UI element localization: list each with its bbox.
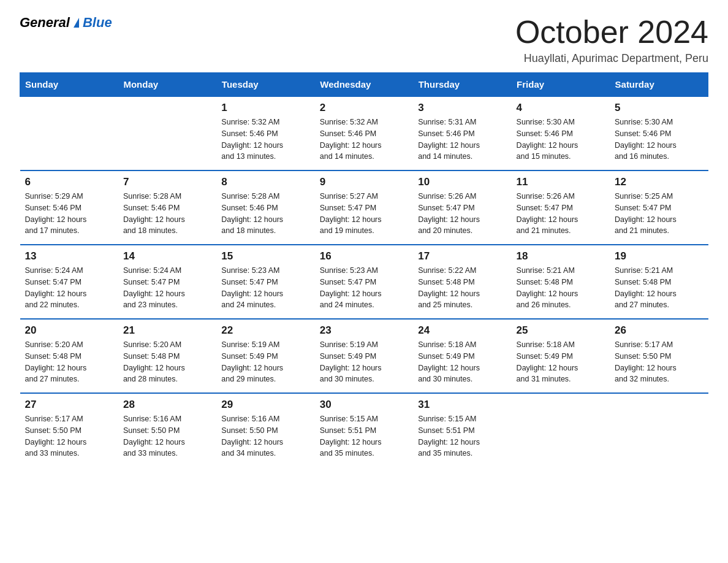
day-info: Sunrise: 5:21 AMSunset: 5:48 PMDaylight:… [517, 265, 605, 311]
calendar-cell: 12Sunrise: 5:25 AMSunset: 5:47 PMDayligh… [610, 170, 708, 245]
day-info: Sunrise: 5:24 AMSunset: 5:47 PMDaylight:… [123, 265, 211, 311]
day-info: Sunrise: 5:32 AMSunset: 5:46 PMDaylight:… [221, 117, 309, 163]
calendar-cell: 26Sunrise: 5:17 AMSunset: 5:50 PMDayligh… [610, 319, 708, 393]
calendar-cell [20, 96, 118, 170]
calendar-cell: 18Sunrise: 5:21 AMSunset: 5:48 PMDayligh… [512, 245, 610, 319]
day-info: Sunrise: 5:23 AMSunset: 5:47 PMDaylight:… [320, 265, 408, 311]
calendar-body: 1Sunrise: 5:32 AMSunset: 5:46 PMDaylight… [20, 96, 708, 467]
day-number: 26 [615, 324, 703, 337]
day-info: Sunrise: 5:28 AMSunset: 5:46 PMDaylight:… [221, 191, 309, 237]
day-info: Sunrise: 5:31 AMSunset: 5:46 PMDaylight:… [418, 117, 506, 163]
day-number: 5 [615, 102, 703, 114]
calendar-cell: 3Sunrise: 5:31 AMSunset: 5:46 PMDaylight… [413, 96, 511, 170]
calendar-week-2: 6Sunrise: 5:29 AMSunset: 5:46 PMDaylight… [20, 170, 708, 245]
day-info: Sunrise: 5:20 AMSunset: 5:48 PMDaylight:… [25, 339, 113, 385]
day-info: Sunrise: 5:18 AMSunset: 5:49 PMDaylight:… [517, 339, 605, 385]
day-info: Sunrise: 5:27 AMSunset: 5:47 PMDaylight:… [320, 191, 408, 237]
day-info: Sunrise: 5:17 AMSunset: 5:50 PMDaylight:… [25, 413, 113, 459]
day-info: Sunrise: 5:25 AMSunset: 5:47 PMDaylight:… [615, 191, 703, 237]
calendar-cell: 15Sunrise: 5:23 AMSunset: 5:47 PMDayligh… [216, 245, 314, 319]
day-number: 17 [418, 250, 506, 262]
logo: General Blue [20, 15, 112, 31]
day-info: Sunrise: 5:16 AMSunset: 5:50 PMDaylight:… [221, 413, 309, 459]
calendar-cell: 6Sunrise: 5:29 AMSunset: 5:46 PMDaylight… [20, 170, 118, 245]
calendar-week-1: 1Sunrise: 5:32 AMSunset: 5:46 PMDaylight… [20, 96, 708, 170]
calendar-cell: 16Sunrise: 5:23 AMSunset: 5:47 PMDayligh… [315, 245, 413, 319]
logo-general: General [20, 15, 70, 31]
day-info: Sunrise: 5:15 AMSunset: 5:51 PMDaylight:… [418, 413, 506, 459]
calendar-cell: 19Sunrise: 5:21 AMSunset: 5:48 PMDayligh… [610, 245, 708, 319]
calendar-cell: 28Sunrise: 5:16 AMSunset: 5:50 PMDayligh… [118, 393, 216, 467]
calendar-cell: 17Sunrise: 5:22 AMSunset: 5:48 PMDayligh… [413, 245, 511, 319]
calendar-cell: 27Sunrise: 5:17 AMSunset: 5:50 PMDayligh… [20, 393, 118, 467]
page-header: General Blue October 2024 Huayllati, Apu… [20, 15, 708, 65]
day-info: Sunrise: 5:26 AMSunset: 5:47 PMDaylight:… [418, 191, 506, 237]
day-info: Sunrise: 5:29 AMSunset: 5:46 PMDaylight:… [25, 191, 113, 237]
day-number: 21 [123, 324, 211, 337]
day-number: 29 [221, 399, 309, 411]
day-info: Sunrise: 5:18 AMSunset: 5:49 PMDaylight:… [418, 339, 506, 385]
day-number: 3 [418, 102, 506, 114]
day-number: 2 [320, 102, 408, 114]
calendar-cell: 8Sunrise: 5:28 AMSunset: 5:46 PMDaylight… [216, 170, 314, 245]
day-number: 31 [418, 399, 506, 411]
day-number: 14 [123, 250, 211, 262]
weekday-header-sunday: Sunday [20, 73, 118, 97]
calendar-cell: 2Sunrise: 5:32 AMSunset: 5:46 PMDaylight… [315, 96, 413, 170]
calendar-cell: 29Sunrise: 5:16 AMSunset: 5:50 PMDayligh… [216, 393, 314, 467]
day-number: 16 [320, 250, 408, 262]
day-info: Sunrise: 5:16 AMSunset: 5:50 PMDaylight:… [123, 413, 211, 459]
day-number: 4 [517, 102, 605, 114]
day-info: Sunrise: 5:30 AMSunset: 5:46 PMDaylight:… [615, 117, 703, 163]
day-info: Sunrise: 5:28 AMSunset: 5:46 PMDaylight:… [123, 191, 211, 237]
calendar-cell: 10Sunrise: 5:26 AMSunset: 5:47 PMDayligh… [413, 170, 511, 245]
day-info: Sunrise: 5:19 AMSunset: 5:49 PMDaylight:… [221, 339, 309, 385]
month-title: October 2024 [515, 15, 708, 50]
day-number: 20 [25, 324, 113, 337]
calendar-cell: 13Sunrise: 5:24 AMSunset: 5:47 PMDayligh… [20, 245, 118, 319]
calendar-cell: 5Sunrise: 5:30 AMSunset: 5:46 PMDaylight… [610, 96, 708, 170]
calendar-cell: 4Sunrise: 5:30 AMSunset: 5:46 PMDaylight… [512, 96, 610, 170]
calendar-header-row: SundayMondayTuesdayWednesdayThursdayFrid… [20, 73, 708, 97]
day-number: 9 [320, 176, 408, 188]
day-info: Sunrise: 5:32 AMSunset: 5:46 PMDaylight:… [320, 117, 408, 163]
day-info: Sunrise: 5:24 AMSunset: 5:47 PMDaylight:… [25, 265, 113, 311]
calendar-cell: 31Sunrise: 5:15 AMSunset: 5:51 PMDayligh… [413, 393, 511, 467]
calendar-week-4: 20Sunrise: 5:20 AMSunset: 5:48 PMDayligh… [20, 319, 708, 393]
day-number: 15 [221, 250, 309, 262]
calendar-week-3: 13Sunrise: 5:24 AMSunset: 5:47 PMDayligh… [20, 245, 708, 319]
day-number: 28 [123, 399, 211, 411]
logo-blue: Blue [83, 15, 112, 30]
title-block: October 2024 Huayllati, Apurimac Departm… [515, 15, 708, 65]
day-info: Sunrise: 5:30 AMSunset: 5:46 PMDaylight:… [517, 117, 605, 163]
weekday-header-monday: Monday [118, 73, 216, 97]
calendar-cell: 9Sunrise: 5:27 AMSunset: 5:47 PMDaylight… [315, 170, 413, 245]
calendar-cell: 20Sunrise: 5:20 AMSunset: 5:48 PMDayligh… [20, 319, 118, 393]
day-number: 12 [615, 176, 703, 188]
day-number: 27 [25, 399, 113, 411]
day-info: Sunrise: 5:15 AMSunset: 5:51 PMDaylight:… [320, 413, 408, 459]
calendar-cell [512, 393, 610, 467]
day-number: 25 [517, 324, 605, 337]
calendar-cell [610, 393, 708, 467]
day-info: Sunrise: 5:17 AMSunset: 5:50 PMDaylight:… [615, 339, 703, 385]
calendar-cell: 11Sunrise: 5:26 AMSunset: 5:47 PMDayligh… [512, 170, 610, 245]
calendar-cell: 1Sunrise: 5:32 AMSunset: 5:46 PMDaylight… [216, 96, 314, 170]
day-number: 7 [123, 176, 211, 188]
calendar-cell: 23Sunrise: 5:19 AMSunset: 5:49 PMDayligh… [315, 319, 413, 393]
weekday-header-thursday: Thursday [413, 73, 511, 97]
calendar-cell: 25Sunrise: 5:18 AMSunset: 5:49 PMDayligh… [512, 319, 610, 393]
day-number: 18 [517, 250, 605, 262]
day-number: 22 [221, 324, 309, 337]
calendar-cell: 7Sunrise: 5:28 AMSunset: 5:46 PMDaylight… [118, 170, 216, 245]
day-info: Sunrise: 5:19 AMSunset: 5:49 PMDaylight:… [320, 339, 408, 385]
day-number: 23 [320, 324, 408, 337]
calendar-table: SundayMondayTuesdayWednesdayThursdayFrid… [20, 72, 708, 467]
weekday-header-saturday: Saturday [610, 73, 708, 97]
calendar-cell: 22Sunrise: 5:19 AMSunset: 5:49 PMDayligh… [216, 319, 314, 393]
calendar-cell: 24Sunrise: 5:18 AMSunset: 5:49 PMDayligh… [413, 319, 511, 393]
day-info: Sunrise: 5:22 AMSunset: 5:48 PMDaylight:… [418, 265, 506, 311]
day-info: Sunrise: 5:21 AMSunset: 5:48 PMDaylight:… [615, 265, 703, 311]
location-subtitle: Huayllati, Apurimac Department, Peru [515, 52, 708, 65]
day-number: 6 [25, 176, 113, 188]
